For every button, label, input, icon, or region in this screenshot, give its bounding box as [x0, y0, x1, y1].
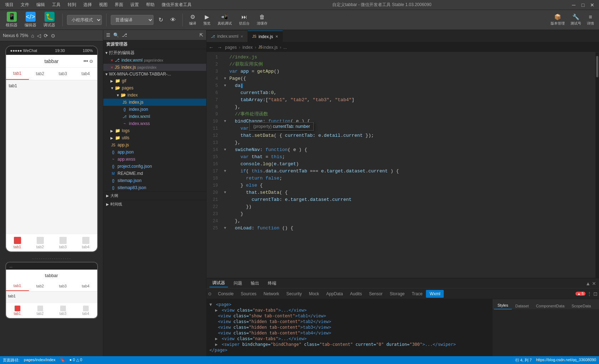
menu-edit[interactable]: 编辑 [35, 1, 46, 9]
code-editor[interactable]: 1 //index.js 2 //获取应用实例 3 var app = getA… [207, 52, 599, 278]
sim-bottom-tab-2[interactable]: tab2 [29, 234, 52, 251]
folder-logs[interactable]: ▶ 📁 logs [103, 127, 206, 134]
close-panel-button[interactable]: ✕ [592, 281, 596, 286]
sim-inspect-icon[interactable]: ⊙ [51, 33, 55, 38]
devtools-tab-network[interactable]: Network [260, 290, 283, 298]
sim-top-tab-4[interactable]: tab4 [74, 68, 97, 80]
mode-select[interactable]: 小程序模式 [67, 15, 102, 25]
sidebar-menu-icon[interactable]: ☰ [106, 32, 110, 38]
real-debug-button[interactable]: 📲 真机调试 [215, 12, 234, 27]
maximize-button[interactable]: □ [580, 2, 586, 8]
sim2-btab1[interactable]: tab1 [6, 303, 29, 318]
menu-tools[interactable]: 工具 [51, 1, 62, 9]
close-button[interactable]: ✕ [589, 2, 595, 8]
editor-button[interactable]: </> 编辑器 [22, 10, 39, 29]
sim-top-tab-2[interactable]: tab2 [29, 68, 52, 80]
debugger-button[interactable]: 🐛 调试器 [41, 10, 58, 29]
nav-back-button[interactable]: ← [208, 44, 214, 51]
file-sitemap[interactable]: {} sitemap.json [103, 177, 206, 184]
menu-settings[interactable]: 设置 [129, 1, 140, 9]
devtools-more-btn[interactable]: ⋮ [587, 291, 592, 297]
output-panel-tab[interactable]: 输出 [248, 280, 262, 287]
menu-view[interactable]: 视图 [98, 1, 109, 9]
devtools-tab-console[interactable]: Console [214, 290, 237, 298]
outline-section[interactable]: ▶ 大纲 [103, 191, 206, 200]
devtools-tab-mock[interactable]: Mock [305, 290, 323, 298]
file-app-js[interactable]: JS app.js [103, 141, 206, 149]
file-project-config[interactable]: {} project.config.json [103, 163, 206, 170]
right-tab-scope-data[interactable]: ScopeData [568, 302, 594, 310]
wxml-page-arrow[interactable]: ▼ [209, 302, 212, 307]
menu-interface[interactable]: 界面 [113, 1, 125, 9]
right-tab-component-data[interactable]: ComponentData [532, 302, 568, 310]
sim-bottom-tabbar[interactable]: tab1 tab2 tab3 tab4 [6, 234, 97, 251]
sim2-tab3[interactable]: tab3 [52, 281, 74, 291]
devtools-undock-btn[interactable]: ⊡ [593, 291, 598, 297]
switch-bg-button[interactable]: ⏭ 切后台 [237, 12, 252, 27]
devtools-tab-storage[interactable]: Storage [386, 290, 408, 298]
file-index-json[interactable]: {} index.json [103, 106, 206, 113]
scrollbar-thumb[interactable] [596, 56, 598, 77]
sim-bottom-tab-3[interactable]: tab3 [52, 234, 74, 251]
minimize-button[interactable]: ─ [571, 2, 577, 8]
project-root[interactable]: ▼ WX-MINA-CUSTOM-TABBAR-... [103, 71, 206, 77]
sim2-btab3[interactable]: tab3 [52, 303, 74, 318]
sim2-tab4[interactable]: tab4 [74, 281, 97, 291]
file-index-wxml[interactable]: ⎇ index.wxml [103, 113, 206, 120]
sidebar-collapse-icon[interactable]: ⇱ [199, 32, 203, 38]
status-bookmark-icon[interactable]: 🔖 [60, 358, 65, 363]
sim-top-tabbar[interactable]: tab1 tab2 tab3 tab4 [6, 68, 97, 80]
devtools-tab-sources[interactable]: Sources [237, 290, 260, 298]
sidebar-branch-icon[interactable]: ⎇ [122, 32, 127, 38]
version-mgr-button[interactable]: 📦 版本管理 [548, 12, 567, 27]
sim-top-tab-1[interactable]: tab1 [6, 68, 29, 80]
sim2-btab2[interactable]: tab2 [29, 303, 52, 318]
devtools-tab-appdata[interactable]: AppData [323, 290, 347, 298]
devtools-tab-trace[interactable]: Trace [408, 290, 426, 298]
test-button[interactable]: 🔧 测试号 [568, 12, 583, 27]
sidebar-search-icon[interactable]: 🔍 [113, 32, 119, 38]
open-file-wxml[interactable]: ✕ ⎇ index.wxml pages\index [103, 57, 206, 64]
sim2-tab1[interactable]: tab1 [6, 281, 29, 291]
problems-panel-tab[interactable]: 问题 [231, 280, 245, 287]
folder-utils[interactable]: ▶ 📁 utils [103, 134, 206, 141]
collapse-panel-button[interactable]: ▲ [585, 281, 590, 286]
wxml-navtabs2-arrow[interactable]: ▶ [215, 336, 218, 341]
compile-select[interactable]: 普通编译 [111, 15, 153, 25]
wxml-navtabs-arrow[interactable]: ▶ [215, 308, 218, 313]
sim2-bottom-tabs[interactable]: tab1 tab2 tab3 tab4 [6, 302, 97, 318]
open-file-js[interactable]: ✕ JS index.js pages\index [103, 64, 206, 71]
refresh-button[interactable]: ↻ [156, 15, 165, 25]
sim2-top-tabs[interactable]: tab1 tab2 tab3 tab4 [6, 281, 97, 292]
file-app-json[interactable]: {} app.json [103, 149, 206, 156]
compile-button[interactable]: ⚙ 编译 [187, 12, 198, 27]
open-editors-section[interactable]: ▼ 打开的编辑器 [103, 49, 206, 57]
js-tab-close[interactable]: ✕ [275, 35, 278, 38]
sim2-btab4[interactable]: tab4 [74, 303, 97, 318]
debugger-panel-tab[interactable]: 调试器 [209, 279, 228, 287]
sim-bottom-tab-4[interactable]: tab4 [74, 234, 97, 251]
wxml-swiper-arrow[interactable]: ▶ [215, 342, 218, 347]
file-index-wxss[interactable]: ~ index.wxss [103, 120, 206, 127]
folder-index[interactable]: ▼ 📂 index [103, 92, 206, 99]
file-app-wxss[interactable]: ~ app.wxss [103, 156, 206, 163]
window-controls[interactable]: ─ □ ✕ [571, 2, 595, 8]
devtools-tab-audits[interactable]: Audits [347, 290, 365, 298]
devtools-tab-sensor[interactable]: Sensor [365, 290, 386, 298]
right-tab-dataset[interactable]: Dataset [512, 302, 532, 310]
preview-button[interactable]: ▶ 预览 [201, 12, 213, 27]
menu-select[interactable]: 选择 [82, 1, 93, 9]
folder-gif[interactable]: ▶ 📁 gif [103, 77, 206, 84]
wxml-tab-close[interactable]: ✕ [240, 35, 243, 38]
devtools-inspect-icon[interactable]: ⊙ [208, 291, 212, 296]
editor-scrollbar[interactable] [595, 52, 599, 278]
right-tab-styles[interactable]: Styles [494, 302, 512, 310]
sim2-tab2[interactable]: tab2 [29, 281, 52, 291]
folder-pages[interactable]: ▼ 📂 pages [103, 84, 206, 92]
file-sitemap83[interactable]: {} sitemap83.json [103, 184, 206, 191]
clear-cache-button[interactable]: 🗑 清缓存 [255, 12, 270, 27]
file-readme[interactable]: M README.md [103, 170, 206, 177]
terminal-panel-tab[interactable]: 终端 [265, 280, 279, 287]
menu-goto[interactable]: 转到 [66, 1, 78, 9]
tab-index-wxml[interactable]: ⎇ index.wxml ✕ [207, 31, 248, 42]
